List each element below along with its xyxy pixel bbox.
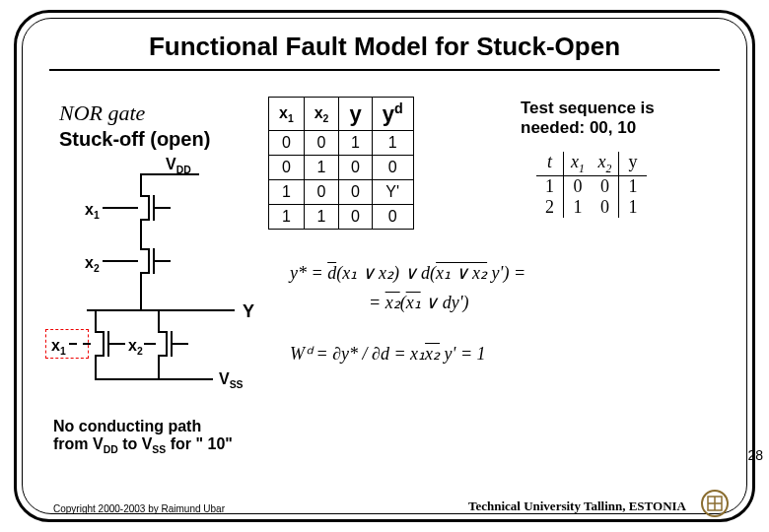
nmos-x2 [156,329,172,359]
nopath-a: from V [53,435,104,452]
nopath-d: SS [152,444,166,455]
circuit-diagram: VDD x1 x2 Y x1 x2 VSS [57,156,274,422]
cell: 1 [304,156,339,180]
university-name: Technical University Tallinn, ESTONIA [468,499,686,514]
test-seq-line1: Test sequence is [521,99,655,117]
equation-line2: = x₂(x₁ ∨ dy') [369,292,714,313]
table-row: 0 1 0 0 [269,156,414,180]
cell: 0 [339,205,372,230]
sequence-table: t x1 x2 y 1 0 0 1 2 1 0 1 [536,152,647,218]
sh-t: t [536,152,564,175]
y-output-label: Y [243,301,254,322]
cell: 0 [564,176,592,197]
no-conducting-path-note: No conducting path from VDD to VSS for "… [53,418,233,455]
nopath-c: to V [118,435,153,452]
university-logo-icon [700,489,730,518]
sh-y: y [619,152,647,175]
cell: 0 [339,156,372,180]
th-x2: x2 [315,104,329,121]
sh-x2: x2 [598,152,612,171]
cell: Y' [372,180,413,205]
cell: 1 [619,197,647,218]
equation-line3: Wᵈ = ∂y* / ∂d = x₁x₂ y' = 1 [290,343,714,365]
cell: 0 [304,180,339,205]
pmos-x1 [138,193,154,223]
gate-label: NOR gate [59,100,145,126]
pmos-x2 [138,246,154,276]
nopath-e: for " 10" [166,435,233,452]
cell: 0 [372,156,413,180]
equation-line1: y* = d(x₁ ∨ x₂) ∨ d(x₁ ∨ x₂ y') = [290,262,714,284]
nmos-x1 [93,329,108,359]
table-row: 1 1 0 0 [269,205,414,230]
nopath-b: DD [104,444,118,455]
x2-label: x2 [85,254,100,274]
th-x1: x1 [279,104,294,121]
cell: 1 [339,131,372,156]
nopath-line1: No conducting path [53,418,201,434]
cell: 0 [372,205,413,230]
th-yd: yd [383,101,403,126]
cell: 0 [304,131,339,156]
cell: 2 [536,197,564,218]
th-y: y [349,101,361,126]
page-number: 28 [747,447,763,463]
x1-label: x1 [85,201,100,221]
slide-title: Functional Fault Model for Stuck-Open [39,32,730,62]
cell: 0 [592,176,619,197]
cell: 1 [564,197,592,218]
cell: 1 [536,176,564,197]
x2-nmos-label: x2 [128,337,143,357]
vss-label: VSS [219,370,244,390]
truth-table: x1 x2 y yd 0 0 1 1 0 1 0 0 1 0 0 Y' 1 1 … [268,97,414,230]
cell: 0 [269,131,305,156]
title-rule [49,69,720,71]
cell: 1 [304,205,339,230]
copyright: Copyright 2000-2003 by Raimund Ubar [53,503,225,514]
cell: 0 [339,180,372,205]
test-sequence-note: Test sequence is needed: 00, 10 [521,99,718,139]
test-seq-line2: needed: 00, 10 [521,118,636,137]
sh-x1: x1 [571,152,585,171]
cell: 0 [592,197,619,218]
cell: 1 [372,131,413,156]
table-row: 0 0 1 1 [269,131,414,156]
table-row: 1 0 0 Y' [269,180,414,205]
equations-block: y* = d(x₁ ∨ x₂) ∨ d(x₁ ∨ x₂ y') = = x₂(x… [290,254,714,372]
stuck-off-label: Stuck-off (open) [59,128,210,151]
cell: 1 [619,176,647,197]
